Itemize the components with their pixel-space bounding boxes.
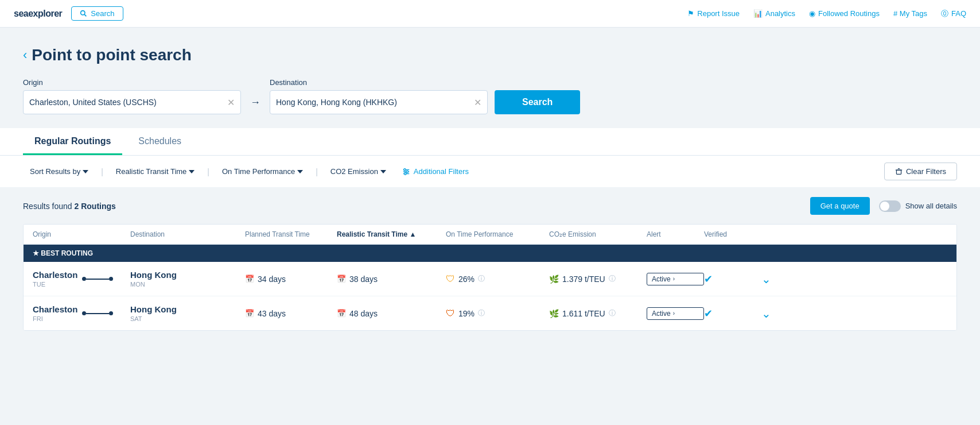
row2-expand[interactable]: ⌄ [761,307,790,320]
chevron-right-icon: › [673,310,675,316]
page-title: Point to point search [32,46,191,64]
results-count: 2 Routings [75,202,116,211]
row2-verified: ✔ [704,307,761,320]
origin-input-wrapper[interactable]: ✕ [23,90,241,114]
best-routing-banner: ★ BEST ROUTING [24,245,956,262]
destination-input-wrapper[interactable]: ✕ [270,90,488,114]
calendar-icon: 📅 [245,309,254,318]
tab-regular-routings[interactable]: Regular Routings [23,128,122,155]
col-origin: Origin [33,230,130,238]
followed-routings-link[interactable]: ◉ Followed Routings [809,9,880,18]
otp-filter[interactable]: On Time Performance [215,164,310,179]
faq-link[interactable]: ⓪ FAQ [941,9,966,19]
my-tags-link[interactable]: # My Tags [893,9,927,18]
svg-point-7 [404,172,406,175]
calendar-icon: 📅 [337,275,346,283]
route-dot-icon [82,277,86,281]
clear-filters-button[interactable]: Clear Filters [884,163,957,180]
co2-filter[interactable]: CO2 Emission [324,164,393,179]
row2-alert: Active › [647,307,704,320]
route-dot-icon [109,277,113,281]
chevron-down-icon [297,169,303,175]
search-button[interactable]: Search [71,6,123,21]
table-row: Charleston FRI Hong Kong SAT 📅 43 days [24,296,956,330]
active-badge[interactable]: Active › [647,307,704,320]
search-icon [80,10,87,17]
svg-line-1 [84,14,86,16]
arrow-connector-icon: → [250,96,260,109]
filters-bar: Sort Results by | Realistic Transit Time… [0,156,980,188]
expand-button[interactable]: ⌄ [761,307,771,320]
results-found-text: Results found 2 Routings [23,202,116,211]
col-realistic-transit[interactable]: Realistic Transit Time ▲ [337,230,446,238]
row2-emission: 🌿 1.611 t/TEU ⓘ [549,308,647,318]
chevron-down-icon [83,169,88,175]
row1-origin: Charleston TUE [33,270,77,288]
separator-2: | [207,167,209,176]
row2-destination: Hong Kong SAT [130,304,245,322]
results-actions: Get a quote Show all details [810,197,957,215]
tabs-bar: Regular Routings Schedules [0,128,980,156]
brand-logo: seaexplorer [14,9,62,19]
toggle-knob [880,202,889,211]
svg-point-5 [403,168,406,171]
row1-route-line [82,277,113,281]
row1-alert: Active › [647,273,704,285]
row1-otp: 🛡 26% ⓘ [446,274,549,284]
row1-realistic-transit: 📅 38 days [337,275,446,284]
leaf-icon: 🌿 [549,309,559,318]
navbar-right: ⚑ Report Issue 📊 Analytics ◉ Followed Ro… [687,9,966,19]
report-issue-link[interactable]: ⚑ Report Issue [687,9,740,18]
get-quote-button[interactable]: Get a quote [810,197,870,215]
chevron-down-icon [380,169,386,175]
additional-filters-button[interactable]: Additional Filters [402,167,469,176]
row2-realistic-transit: 📅 48 days [337,309,446,318]
question-circle-icon: ⓪ [941,9,948,19]
routing-table: Origin Destination Planned Transit Time … [23,224,957,331]
show-all-toggle-switch[interactable] [879,200,901,212]
svg-point-6 [406,171,409,173]
col-alert: Alert [647,230,704,238]
destination-input[interactable] [276,98,469,107]
info-icon[interactable]: ⓘ [609,274,616,284]
info-icon[interactable]: ⓘ [609,308,616,318]
chevron-right-icon: › [673,276,675,282]
row2-origin: Charleston FRI [33,304,77,322]
back-link[interactable]: ‹ Point to point search [23,46,957,64]
back-arrow-icon: ‹ [23,48,27,63]
destination-field-group: Destination ✕ [270,78,488,114]
row1-expand[interactable]: ⌄ [761,272,790,286]
leaf-icon: 🌿 [549,275,559,284]
shield-icon: 🛡 [446,308,455,319]
sliders-icon [402,168,410,176]
svg-point-0 [81,11,85,15]
origin-input[interactable] [29,98,223,107]
search-action-button[interactable]: Search [495,90,580,114]
analytics-link[interactable]: 📊 Analytics [753,9,795,18]
route-dash-icon [86,279,109,280]
expand-button[interactable]: ⌄ [761,272,771,286]
info-icon[interactable]: ⓘ [478,274,485,284]
route-dot-icon [109,311,113,315]
destination-clear-icon[interactable]: ✕ [474,97,481,108]
tab-schedules[interactable]: Schedules [127,128,193,155]
row2-origin-col: Charleston FRI [33,304,130,322]
row2-planned-transit: 📅 43 days [245,309,337,318]
sort-results-filter[interactable]: Sort Results by [23,164,95,179]
navbar: seaexplorer Search ⚑ Report Issue 📊 Anal… [0,0,980,28]
eye-icon: ◉ [809,9,815,18]
flag-icon: ⚑ [687,9,694,18]
origin-clear-icon[interactable]: ✕ [227,97,235,108]
hero-section: ‹ Point to point search [0,28,980,78]
results-header: Results found 2 Routings Get a quote Sho… [23,197,957,215]
active-badge[interactable]: Active › [647,273,704,285]
realistic-transit-filter[interactable]: Realistic Transit Time [109,164,202,179]
svg-rect-8 [896,170,901,174]
results-section: Results found 2 Routings Get a quote Sho… [0,188,980,340]
info-icon[interactable]: ⓘ [478,308,485,318]
separator-1: | [101,167,103,176]
route-dash-icon [86,313,109,314]
row1-destination: Hong Kong MON [130,270,245,288]
trash-icon [895,168,903,175]
verified-checkmark-icon: ✔ [704,308,713,319]
